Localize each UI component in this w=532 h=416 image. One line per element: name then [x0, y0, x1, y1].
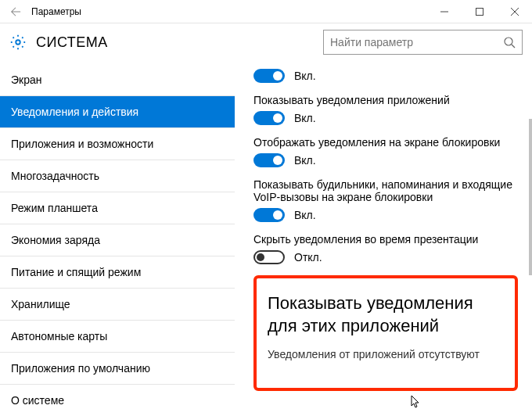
toggle-row: Вкл. [253, 111, 518, 125]
search-input[interactable] [330, 36, 503, 48]
scrollbar-thumb[interactable] [529, 119, 532, 275]
page-title: СИСТЕМА [36, 34, 323, 51]
title-bar: Параметры [0, 0, 532, 23]
toggle-switch[interactable] [253, 250, 285, 264]
highlighted-section: Показывать уведомления для этих приложен… [253, 275, 518, 391]
svg-rect-0 [476, 8, 483, 15]
toggle-label: Вкл. [294, 154, 316, 167]
toggle-row: Вкл. [253, 208, 518, 222]
sidebar-item[interactable]: Экономия заряда [0, 224, 235, 256]
sidebar-item[interactable]: Уведомления и действия [0, 96, 235, 128]
setting-description: Показывать уведомления приложений [253, 94, 518, 106]
toggle-switch[interactable] [253, 153, 285, 167]
setting-description: Отображать уведомления на экране блокиро… [253, 136, 518, 149]
sidebar-item[interactable]: Приложения по умолчанию [0, 353, 235, 385]
toggle-row: Вкл. [253, 69, 518, 83]
back-button[interactable] [0, 6, 31, 17]
setting-description: Показывать будильники, напоминания и вхо… [253, 178, 518, 203]
section-title: Показывать уведомления для этих приложен… [268, 292, 504, 337]
toggle-switch[interactable] [253, 208, 285, 222]
main-panel: Вкл.Показывать уведомления приложенийВкл… [235, 64, 532, 416]
sidebar-item[interactable]: Режим планшета [0, 192, 235, 224]
setting-description: Скрыть уведомления во время презентации [253, 233, 518, 246]
sidebar-item[interactable]: Многозадачность [0, 160, 235, 192]
page-header: СИСТЕМА [0, 23, 532, 64]
sidebar-item[interactable]: Автономные карты [0, 321, 235, 353]
sidebar-item[interactable]: Хранилище [0, 289, 235, 321]
sidebar-item[interactable]: Питание и спящий режим [0, 256, 235, 289]
toggle-label: Вкл. [294, 209, 316, 221]
search-icon [503, 36, 516, 48]
toggle-label: Вкл. [294, 70, 316, 82]
toggle-row: Вкл. [253, 153, 518, 167]
minimize-button[interactable] [426, 0, 462, 23]
window-title: Параметры [31, 6, 426, 17]
section-subtitle: Уведомления от приложений отсутствуют [268, 348, 504, 360]
svg-point-1 [16, 40, 20, 45]
mouse-cursor-icon [411, 395, 422, 411]
toggle-switch[interactable] [253, 111, 285, 125]
search-box[interactable] [323, 30, 523, 55]
sidebar: ЭкранУведомления и действияПриложения и … [0, 64, 235, 416]
svg-point-2 [505, 38, 512, 45]
sidebar-item[interactable]: О системе [0, 385, 235, 416]
toggle-label: Вкл. [294, 112, 316, 124]
close-button[interactable] [497, 0, 532, 23]
toggle-row: Откл. [253, 250, 518, 264]
toggle-switch[interactable] [253, 69, 285, 83]
toggle-label: Откл. [294, 251, 322, 264]
maximize-button[interactable] [462, 0, 497, 23]
gear-icon [9, 34, 27, 51]
sidebar-item[interactable]: Экран [0, 64, 235, 96]
sidebar-item[interactable]: Приложения и возможности [0, 128, 235, 160]
